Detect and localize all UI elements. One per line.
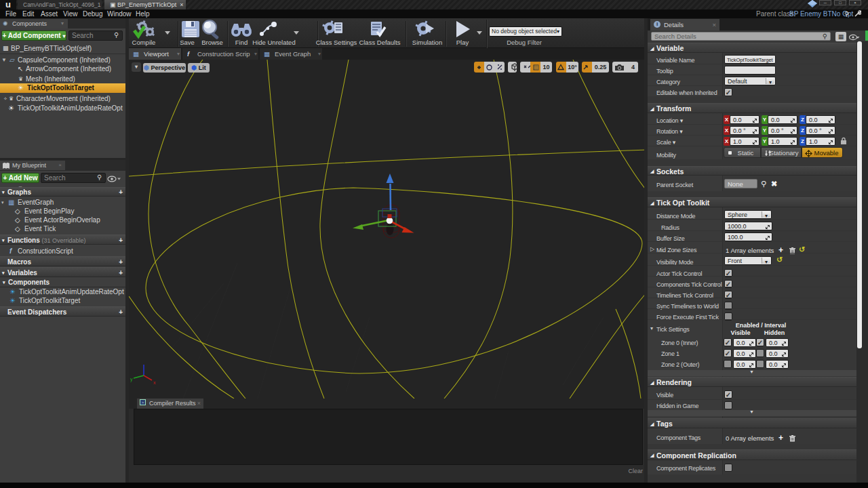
svg-text:y: y	[130, 377, 133, 382]
svg-text:x: x	[153, 380, 156, 385]
